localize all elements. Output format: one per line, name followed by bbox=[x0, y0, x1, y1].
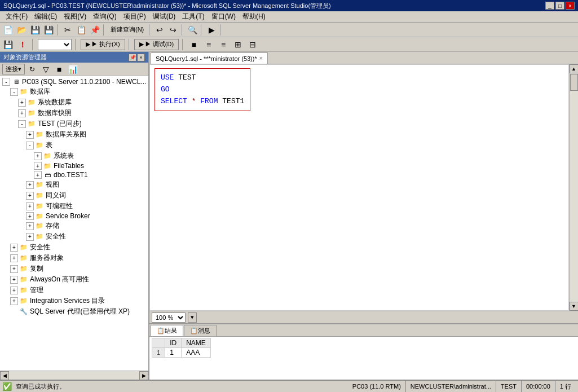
tree-item-pc03[interactable]: -🖥PC03 (SQL Server 11.0.2100 - NEWCL... bbox=[0, 77, 148, 86]
tb2-btn4[interactable]: ⊞ bbox=[232, 39, 244, 50]
open-btn[interactable]: 📂 bbox=[15, 24, 28, 36]
tb2-btn5[interactable]: ⊟ bbox=[246, 39, 259, 50]
menu-view[interactable]: 视图(V) bbox=[60, 11, 90, 22]
titlebar-controls[interactable]: _ □ × bbox=[545, 2, 575, 10]
tree-item-filetables[interactable]: +📁FileTables bbox=[0, 161, 148, 170]
query-editor[interactable]: USE TEST GO SELECT * FROM TEST1 bbox=[149, 64, 569, 311]
tree-expander-dbsnapshot[interactable]: + bbox=[18, 109, 26, 117]
menu-tools[interactable]: 工具(T) bbox=[179, 11, 208, 22]
tree-expander-security2[interactable]: + bbox=[26, 233, 34, 241]
tree-item-security2[interactable]: +📁安全性 bbox=[0, 231, 148, 242]
tree-item-tables[interactable]: -📁表 bbox=[0, 140, 148, 151]
tree-expander-pc03[interactable]: - bbox=[2, 78, 10, 86]
tree-expander-integration[interactable]: + bbox=[10, 297, 18, 305]
menu-window[interactable]: 窗口(W) bbox=[208, 11, 239, 22]
oe-refresh-btn[interactable]: ↻ bbox=[26, 64, 38, 75]
run-btn[interactable]: ▶ bbox=[205, 24, 218, 36]
find-btn[interactable]: 🔍 bbox=[186, 24, 198, 36]
tree-expander-filetables[interactable]: + bbox=[34, 162, 42, 170]
undo-btn[interactable]: ↩ bbox=[153, 24, 166, 36]
tree-expander-serverobj[interactable]: + bbox=[10, 254, 18, 262]
tree-item-security[interactable]: +📁安全性 bbox=[0, 242, 148, 253]
tree-item-integration[interactable]: +📁Integration Services 目录 bbox=[0, 296, 148, 306]
paste-btn[interactable]: 📌 bbox=[89, 24, 101, 36]
tb2-btn2[interactable]: ≡ bbox=[202, 39, 215, 50]
menu-project[interactable]: 项目(P) bbox=[120, 11, 149, 22]
oe-hscroll[interactable]: ◀ ▶ bbox=[0, 371, 148, 380]
editor-scroll-down[interactable]: ▼ bbox=[570, 302, 579, 311]
tree-item-databases[interactable]: -📁数据库 bbox=[0, 86, 148, 97]
restore-button[interactable]: □ bbox=[555, 2, 564, 10]
menu-debug[interactable]: 调试(D) bbox=[149, 11, 179, 22]
oe-stop-btn[interactable]: ■ bbox=[53, 64, 65, 75]
tree-item-management[interactable]: +📁管理 bbox=[0, 285, 148, 296]
menu-help[interactable]: 帮助(H) bbox=[239, 11, 269, 22]
oe-close-btn[interactable]: × bbox=[137, 54, 145, 61]
close-button[interactable]: × bbox=[566, 2, 575, 10]
execute-button[interactable]: ▶ ▶ 执行(X) bbox=[81, 39, 125, 50]
tb2-btn1[interactable]: ■ bbox=[188, 39, 200, 50]
zoom-btn[interactable]: ▾ bbox=[188, 312, 197, 323]
editor-tab[interactable]: SQLQuery1.sql - ***ministrator (53))* × bbox=[151, 52, 268, 64]
save-btn[interactable]: 💾 bbox=[29, 24, 41, 36]
tree-item-sysdb[interactable]: +📁系统数据库 bbox=[0, 97, 148, 108]
db-dropdown[interactable]: TEST bbox=[38, 39, 72, 50]
tree-expander-systables[interactable]: + bbox=[34, 152, 42, 160]
oe-filter-btn[interactable]: ▽ bbox=[39, 64, 52, 75]
tree-item-programmability[interactable]: +📁可编程性 bbox=[0, 201, 148, 212]
editor-scroll-up[interactable]: ▲ bbox=[570, 64, 579, 73]
editor-vscroll[interactable]: ▲ ▼ bbox=[569, 64, 578, 311]
tree-item-alwayson[interactable]: +📁AlwaysOn 高可用性 bbox=[0, 274, 148, 285]
connect-btn[interactable]: 连接▾ bbox=[2, 64, 25, 74]
tree-item-test[interactable]: -📁TEST (已同步) bbox=[0, 118, 148, 129]
tree-expander-servicebroker[interactable]: + bbox=[26, 212, 34, 220]
tree-item-synonyms[interactable]: +📁同义词 bbox=[0, 190, 148, 201]
redo-btn[interactable]: ↪ bbox=[167, 24, 179, 36]
tab-close-btn[interactable]: × bbox=[259, 55, 263, 61]
save-t2-btn[interactable]: 💾 bbox=[2, 39, 14, 50]
tree-item-replication[interactable]: +📁复制 bbox=[0, 263, 148, 274]
tree-expander-synonyms[interactable]: + bbox=[26, 192, 34, 200]
tree-item-servicebroker[interactable]: +📁Service Broker bbox=[0, 212, 148, 221]
editor-scroll-thumb[interactable] bbox=[570, 74, 578, 91]
tree-expander-tables[interactable]: - bbox=[26, 142, 34, 149]
tree-expander-replication[interactable]: + bbox=[10, 265, 18, 273]
tree-expander-databases[interactable]: - bbox=[10, 88, 18, 96]
excl-btn[interactable]: ! bbox=[16, 39, 29, 50]
menu-edit[interactable]: 编辑(E) bbox=[31, 11, 60, 22]
tree-item-views[interactable]: +📁视图 bbox=[0, 179, 148, 190]
tree-expander-storage[interactable]: + bbox=[26, 222, 34, 230]
tree-expander-test[interactable]: - bbox=[18, 120, 26, 128]
oe-pin-btn[interactable]: 📌 bbox=[129, 54, 136, 61]
tree-item-sqlagent[interactable]: 🔧SQL Server 代理(已禁用代理 XP) bbox=[0, 306, 148, 317]
oe-tree[interactable]: -🖥PC03 (SQL Server 11.0.2100 - NEWCL...-… bbox=[0, 76, 148, 371]
tb2-btn3[interactable]: ≡ bbox=[217, 39, 230, 50]
results-tab-results[interactable]: 📋 结果 bbox=[151, 325, 183, 336]
tree-expander-management[interactable]: + bbox=[10, 287, 18, 294]
scroll-right-btn[interactable]: ▶ bbox=[139, 371, 148, 380]
tree-expander-sysdb[interactable]: + bbox=[18, 99, 26, 107]
minimize-button[interactable]: _ bbox=[545, 2, 554, 10]
tree-expander-programmability[interactable]: + bbox=[26, 202, 34, 210]
scroll-left-btn[interactable]: ◀ bbox=[0, 371, 9, 380]
save-all-btn[interactable]: 💾 bbox=[42, 24, 55, 36]
tree-expander-dbdiagram[interactable]: + bbox=[26, 131, 34, 139]
tree-expander-views[interactable]: + bbox=[26, 181, 34, 189]
tree-item-dbsnapshot[interactable]: +📁数据库快照 bbox=[0, 108, 148, 118]
cut-btn[interactable]: ✂ bbox=[61, 24, 74, 36]
tree-item-test1[interactable]: +🗃dbo.TEST1 bbox=[0, 170, 148, 179]
oe-report-btn[interactable]: 📊 bbox=[67, 64, 79, 75]
zoom-dropdown[interactable]: 100 % 75 % 50 % 125 % 150 % bbox=[152, 312, 186, 323]
menu-file[interactable]: 文件(F) bbox=[2, 11, 31, 22]
tree-item-dbdiagram[interactable]: +📁数据库关系图 bbox=[0, 129, 148, 140]
results-tab-messages[interactable]: 📋 消息 bbox=[184, 325, 217, 336]
tree-expander-test1[interactable]: + bbox=[34, 171, 42, 179]
menu-query[interactable]: 查询(Q) bbox=[90, 11, 120, 22]
tree-expander-alwayson[interactable]: + bbox=[10, 276, 18, 284]
tree-expander-security[interactable]: + bbox=[10, 244, 18, 252]
oe-panel-buttons[interactable]: 📌 × bbox=[129, 54, 145, 61]
new-file-btn[interactable]: 📄 bbox=[2, 24, 14, 36]
tree-item-systables[interactable]: +📁系统表 bbox=[0, 151, 148, 161]
debug-button[interactable]: ▶ ▶ 调试(D) bbox=[134, 39, 179, 50]
copy-btn[interactable]: 📋 bbox=[75, 24, 87, 36]
